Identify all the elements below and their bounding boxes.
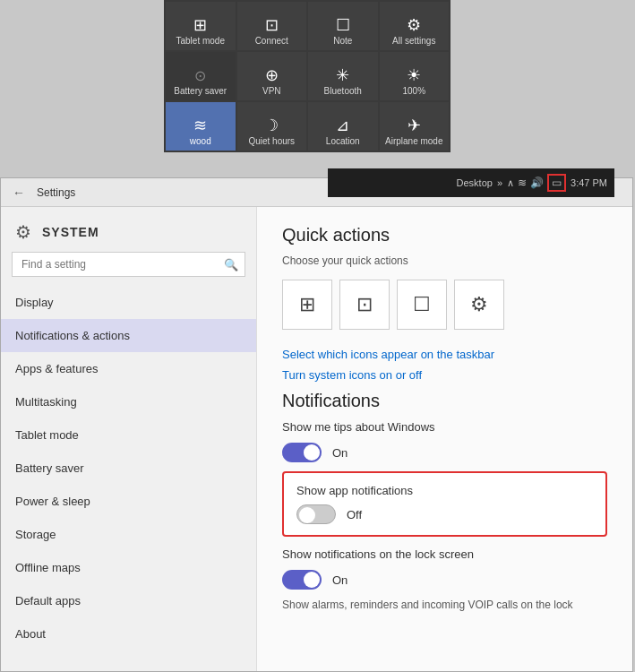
desktop-text: Desktop	[457, 177, 493, 188]
ac-tile-bluetooth-label: Bluetooth	[324, 86, 362, 96]
sidebar-nav: Display Notifications & actions Apps & f…	[1, 286, 256, 650]
taskbar: Desktop » ∧ ≋ 🔊 ▭ 3:47 PM	[328, 168, 614, 197]
show-app-notifications-toggle-row: Off	[296, 504, 593, 524]
taskbar-network-icon: ≋	[518, 177, 527, 189]
ac-tile-quiet-hours[interactable]: ☽ Quiet hours	[237, 102, 307, 151]
sidebar-header: ⚙ SYSTEM	[1, 207, 256, 252]
brightness-icon: ☀	[407, 67, 421, 83]
taskbar-time: 3:47 PM	[571, 177, 607, 188]
back-button[interactable]: ←	[8, 184, 30, 202]
ac-tile-tablet-mode[interactable]: ⊞ Tablet mode	[166, 2, 236, 50]
bluetooth-icon: ✳	[336, 67, 349, 83]
ac-tile-battery-saver-label: Battery saver	[174, 86, 227, 96]
ac-tile-quiet-hours-label: Quiet hours	[248, 136, 295, 146]
show-tips-knob	[304, 444, 320, 461]
settings-window: ← Settings — □ ✕ ⚙ SYSTEM 🔍 Display Noti…	[0, 177, 633, 672]
ac-tile-airplane-mode[interactable]: ✈ Airplane mode	[380, 102, 450, 151]
taskbar-icons: ∧ ≋ 🔊 ▭	[507, 174, 566, 192]
sidebar: ⚙ SYSTEM 🔍 Display Notifications & actio…	[1, 207, 257, 671]
battery-saver-icon: ⊙	[194, 69, 206, 83]
notifications-title: Notifications	[282, 391, 607, 411]
system-gear-icon: ⚙	[15, 221, 31, 243]
qa-btn-connect[interactable]: ⊡	[339, 280, 390, 330]
taskbar-volume-icon: 🔊	[530, 177, 544, 189]
sidebar-item-battery-saver[interactable]: Battery saver	[1, 452, 256, 485]
quick-actions-row: ⊞ ⊡ ☐ ⚙	[282, 280, 607, 330]
settings-search-input[interactable]	[12, 252, 245, 277]
action-center-grid: ⊞ Tablet mode ⊡ Connect ☐ Note ⚙ All set…	[164, 0, 451, 152]
sidebar-item-storage[interactable]: Storage	[1, 518, 256, 551]
quick-actions-title: Quick actions	[282, 225, 607, 246]
ac-tile-note[interactable]: ☐ Note	[308, 2, 378, 50]
show-app-notifications-box: Show app notifications Off	[282, 471, 607, 537]
sidebar-item-display[interactable]: Display	[1, 286, 256, 319]
ac-tile-battery-saver[interactable]: ⊙ Battery saver	[166, 52, 236, 100]
connect-icon: ⊡	[265, 17, 279, 33]
show-lock-screen-knob	[304, 572, 320, 588]
sidebar-item-multitasking[interactable]: Multitasking	[1, 385, 256, 418]
show-lock-screen-toggle-row: On	[282, 570, 607, 590]
chevron-icon: »	[497, 177, 502, 188]
ac-tile-note-label: Note	[333, 36, 352, 46]
ac-tile-tablet-mode-label: Tablet mode	[176, 36, 225, 46]
wifi-icon: ≋	[193, 117, 207, 134]
ac-tile-brightness-label: 100%	[402, 86, 425, 96]
search-icon: 🔍	[224, 258, 238, 271]
ac-tile-vpn[interactable]: ⊕ VPN	[237, 52, 307, 100]
show-tips-toggle-row: On	[282, 443, 607, 462]
ac-tile-wood-label: wood	[190, 136, 211, 146]
ac-tile-wood[interactable]: ≋ wood	[166, 102, 236, 151]
action-center-icon: ▭	[552, 177, 562, 189]
sidebar-item-about[interactable]: About	[1, 617, 256, 650]
note-icon: ☐	[336, 17, 350, 33]
turn-system-icons-link[interactable]: Turn system icons on or off	[282, 368, 607, 382]
show-tips-toggle[interactable]	[282, 443, 322, 462]
show-app-notifications-label: Show app notifications	[296, 484, 593, 497]
ac-tile-connect[interactable]: ⊡ Connect	[237, 2, 307, 50]
quiet-hours-icon: ☽	[264, 117, 279, 134]
notifications-section: Notifications Show me tips about Windows…	[282, 391, 607, 611]
sidebar-item-offline-maps[interactable]: Offline maps	[1, 551, 256, 584]
taskbar-action-center-button[interactable]: ▭	[547, 174, 566, 192]
ac-tile-vpn-label: VPN	[262, 86, 281, 96]
show-app-notifications-toggle[interactable]	[296, 504, 336, 524]
taskbar-expand-icon: ∧	[507, 177, 514, 189]
location-icon: ⊿	[336, 117, 349, 134]
ac-tile-airplane-mode-label: Airplane mode	[385, 136, 442, 146]
ac-tile-location-label: Location	[326, 136, 360, 146]
ac-tile-all-settings-label: All settings	[392, 36, 435, 46]
action-center-popup: ⊞ Tablet mode ⊡ Connect ☐ Note ⚙ All set…	[164, 0, 451, 152]
show-app-notifications-knob	[299, 507, 315, 523]
show-tips-label: Show me tips about Windows	[282, 420, 607, 434]
vpn-icon: ⊕	[265, 67, 279, 83]
qa-btn-note[interactable]: ☐	[397, 280, 447, 330]
ac-tile-location[interactable]: ⊿ Location	[308, 102, 378, 151]
window-title: Settings	[37, 186, 75, 199]
ac-tile-connect-label: Connect	[255, 36, 288, 46]
sidebar-item-tablet-mode[interactable]: Tablet mode	[1, 418, 256, 452]
system-label: SYSTEM	[42, 225, 99, 239]
all-settings-icon: ⚙	[407, 17, 421, 33]
qa-btn-tablet-mode[interactable]: ⊞	[282, 280, 332, 330]
show-lock-screen-toggle[interactable]	[282, 570, 322, 590]
settings-body: ⚙ SYSTEM 🔍 Display Notifications & actio…	[1, 207, 632, 671]
main-content: Quick actions Choose your quick actions …	[257, 207, 632, 671]
show-alarms-label: Show alarms, reminders and incoming VOIP…	[282, 599, 607, 611]
airplane-mode-icon: ✈	[408, 117, 421, 134]
sidebar-item-notifications[interactable]: Notifications & actions	[1, 319, 256, 352]
select-icons-link[interactable]: Select which icons appear on the taskbar	[282, 348, 607, 361]
sidebar-item-power-sleep[interactable]: Power & sleep	[1, 485, 256, 518]
show-lock-screen-state: On	[332, 573, 348, 587]
qa-btn-settings[interactable]: ⚙	[454, 280, 504, 330]
sidebar-item-default-apps[interactable]: Default apps	[1, 584, 256, 617]
show-app-notifications-state: Off	[347, 508, 362, 521]
ac-tile-brightness[interactable]: ☀ 100%	[380, 52, 450, 100]
show-lock-screen-label: Show notifications on the lock screen	[282, 547, 607, 561]
quick-actions-subtitle: Choose your quick actions	[282, 254, 607, 267]
sidebar-item-apps-features[interactable]: Apps & features	[1, 352, 256, 385]
tablet-mode-icon: ⊞	[193, 17, 207, 33]
search-box: 🔍	[12, 252, 245, 277]
show-tips-state: On	[332, 446, 348, 460]
ac-tile-bluetooth[interactable]: ✳ Bluetooth	[308, 52, 378, 100]
ac-tile-all-settings[interactable]: ⚙ All settings	[380, 2, 450, 50]
